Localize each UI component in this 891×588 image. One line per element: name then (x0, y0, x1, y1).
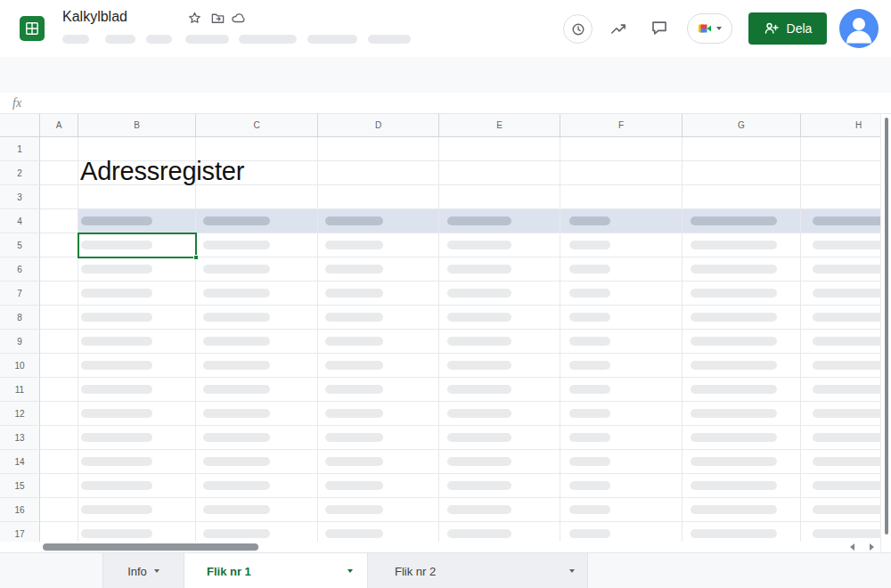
cell-E4[interactable] (439, 209, 560, 233)
cell-E12[interactable] (439, 402, 560, 426)
cell-D9[interactable] (318, 330, 439, 354)
cell-F17[interactable] (560, 522, 683, 542)
cell-H6[interactable] (801, 257, 880, 282)
cell-F11[interactable] (560, 378, 683, 402)
cell-F6[interactable] (560, 257, 683, 282)
row-header-16[interactable]: 16 (0, 498, 40, 522)
cell-B11[interactable] (78, 378, 196, 402)
cell-E11[interactable] (439, 378, 560, 402)
cell-E13[interactable] (439, 426, 560, 450)
version-history-icon[interactable] (563, 14, 593, 44)
row-header-1[interactable]: 1 (0, 137, 40, 161)
column-header-F[interactable]: F (560, 114, 683, 137)
cell-D5[interactable] (318, 233, 439, 257)
cloud-status-icon[interactable] (231, 11, 246, 26)
cell-F2[interactable] (560, 161, 683, 185)
cell-A6[interactable] (40, 257, 78, 282)
cell-D14[interactable] (318, 450, 439, 474)
cell-A4[interactable] (40, 209, 78, 233)
cell-H16[interactable] (801, 498, 880, 522)
cell-G9[interactable] (683, 330, 801, 354)
cell-G6[interactable] (683, 257, 801, 282)
row-header-15[interactable]: 15 (0, 474, 40, 498)
account-avatar[interactable] (839, 9, 879, 48)
cell-F12[interactable] (560, 402, 683, 426)
cell-G8[interactable] (683, 306, 801, 330)
cell-D10[interactable] (318, 354, 439, 378)
row-header-14[interactable]: 14 (0, 450, 40, 474)
vertical-scrollbar[interactable] (880, 114, 891, 552)
cell-D13[interactable] (318, 426, 439, 450)
cell-F7[interactable] (560, 282, 683, 306)
cell-E8[interactable] (439, 306, 560, 330)
menu-item-placeholder[interactable] (239, 35, 297, 44)
cell-B9[interactable] (78, 330, 196, 354)
row-header-4[interactable]: 4 (0, 209, 40, 233)
cell-A14[interactable] (40, 450, 78, 474)
cell-D8[interactable] (318, 306, 439, 330)
cell-G13[interactable] (683, 426, 801, 450)
cell-B15[interactable] (78, 474, 196, 498)
cell-C14[interactable] (196, 450, 318, 474)
cell-G2[interactable] (683, 161, 801, 185)
cell-A13[interactable] (40, 426, 78, 450)
cell-D2[interactable] (318, 161, 439, 185)
cell-E17[interactable] (439, 522, 560, 542)
cell-H15[interactable] (801, 474, 880, 498)
cell-G10[interactable] (683, 354, 801, 378)
comments-icon[interactable] (650, 19, 669, 37)
cell-C15[interactable] (196, 474, 318, 498)
row-header-8[interactable]: 8 (0, 306, 40, 330)
cell-B7[interactable] (78, 282, 196, 306)
horizontal-scrollbar[interactable] (0, 542, 880, 552)
cell-G7[interactable] (683, 282, 801, 306)
cell-F4[interactable] (560, 209, 683, 233)
cell-A16[interactable] (40, 498, 78, 522)
cell-A11[interactable] (40, 378, 78, 402)
row-header-6[interactable]: 6 (0, 257, 40, 282)
cell-B6[interactable] (78, 257, 196, 282)
cell-A17[interactable] (40, 522, 78, 542)
column-header-E[interactable]: E (439, 114, 560, 137)
cell-C12[interactable] (196, 402, 318, 426)
cell-D12[interactable] (318, 402, 439, 426)
row-header-12[interactable]: 12 (0, 402, 40, 426)
cell-A10[interactable] (40, 354, 78, 378)
cell-H8[interactable] (801, 306, 880, 330)
cell-C6[interactable] (196, 257, 318, 282)
row-header-11[interactable]: 11 (0, 378, 40, 402)
cell-D7[interactable] (318, 282, 439, 306)
cell-G15[interactable] (683, 474, 801, 498)
cell-A12[interactable] (40, 402, 78, 426)
cell-E15[interactable] (439, 474, 560, 498)
tab-info-dropdown-icon[interactable] (154, 569, 159, 573)
cell-F1[interactable] (560, 137, 683, 161)
row-header-9[interactable]: 9 (0, 330, 40, 354)
cell-B13[interactable] (78, 426, 196, 450)
column-header-G[interactable]: G (683, 114, 801, 137)
star-icon[interactable] (187, 11, 202, 26)
cell-H3[interactable] (801, 185, 880, 209)
cell-H4[interactable] (801, 209, 880, 233)
menu-item-placeholder[interactable] (307, 35, 357, 44)
cell-C16[interactable] (196, 498, 318, 522)
row-header-2[interactable]: 2 (0, 161, 40, 185)
cell-E3[interactable] (439, 185, 560, 209)
cell-F15[interactable] (560, 474, 683, 498)
cell-B12[interactable] (78, 402, 196, 426)
scroll-right-icon[interactable] (870, 543, 874, 551)
sheet-tab-1-active[interactable]: Flik nr 1 (184, 553, 367, 588)
cell-H7[interactable] (801, 282, 880, 306)
cell-H9[interactable] (801, 330, 880, 354)
horizontal-scrollbar-thumb[interactable] (43, 543, 258, 551)
cell-D11[interactable] (318, 378, 439, 402)
cell-D4[interactable] (318, 209, 439, 233)
cell-F14[interactable] (560, 450, 683, 474)
cell-C13[interactable] (196, 426, 318, 450)
cell-H2[interactable] (801, 161, 880, 185)
column-header-D[interactable]: D (318, 114, 439, 137)
cell-C10[interactable] (196, 354, 318, 378)
document-title[interactable]: Kalkylblad (62, 9, 127, 25)
cell-H12[interactable] (801, 402, 880, 426)
cell-F5[interactable] (560, 233, 683, 257)
